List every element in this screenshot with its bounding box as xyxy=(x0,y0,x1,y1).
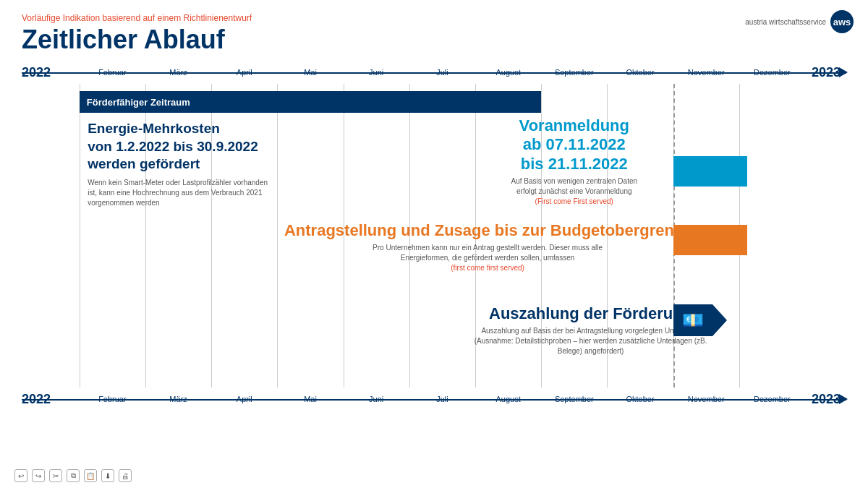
energie-subtitle: Wenn kein Smart-Meter oder Lastprofilzäh… xyxy=(88,178,376,208)
month-mai-top: Mai xyxy=(304,68,317,77)
toolbar-icon-6[interactable]: ⬇ xyxy=(101,469,114,482)
payment-arrow: 💶 xyxy=(673,304,727,336)
payment-rect: 💶 xyxy=(673,304,712,336)
toolbar-icon-3[interactable]: ✂ xyxy=(49,469,62,482)
month-mai-bot: Mai xyxy=(304,395,317,403)
aws-logo-name: austria wirtschaftsservice xyxy=(745,18,826,26)
page: austria wirtschaftsservice aws Vorläufig… xyxy=(0,0,868,488)
content-area: Förderfähiger Zeitraum Energie-Mehrkoste… xyxy=(22,84,846,388)
timeline-container: 2022 2023 Februar März April Mai Juni Ju… xyxy=(22,62,846,409)
toolbar-icon-5[interactable]: 📋 xyxy=(84,469,97,482)
month-okt-top: Oktober xyxy=(626,68,654,77)
voranmeldung-title: Voranmeldungab 07.11.2022bis 21.11.2022 xyxy=(467,116,681,174)
toolbar-icon-2[interactable]: ↪ xyxy=(32,469,45,482)
month-dez-top: Dezember xyxy=(754,68,791,77)
vline-feb xyxy=(80,84,80,388)
month-nov-bot: November xyxy=(688,395,725,403)
aws-logo: austria wirtschaftsservice aws xyxy=(745,10,854,33)
foerder-bar-label: Förderfähiger Zeitraum xyxy=(87,97,190,108)
toolbar-icon-1[interactable]: ↩ xyxy=(14,469,27,482)
orange-rect xyxy=(673,225,748,255)
month-nov-top: November xyxy=(688,68,725,77)
month-jul-bot: Juli xyxy=(436,395,448,403)
month-feb-top: Februar xyxy=(98,68,127,77)
month-mar-bot: März xyxy=(169,395,187,403)
month-okt-bot: Oktober xyxy=(626,395,654,403)
bottom-toolbar: ↩ ↪ ✂ ⧉ 📋 ⬇ 🖨 xyxy=(14,469,132,482)
aws-logo-text: austria wirtschaftsservice xyxy=(745,17,826,27)
header-title: Zeitlicher Ablauf xyxy=(22,25,846,55)
month-sep-bot: September xyxy=(555,395,594,403)
year-2023-top: 2023 xyxy=(812,65,841,80)
month-jun-top: Juni xyxy=(369,68,383,77)
payment-icon: 💶 xyxy=(682,310,704,330)
energie-title: Energie-Mehrkostenvon 1.2.2022 bis 30.9.… xyxy=(88,120,376,174)
voranmeldung-sub: Auf Basis von wenigen zentralen Daten er… xyxy=(467,176,681,207)
energie-block: Energie-Mehrkostenvon 1.2.2022 bis 30.9.… xyxy=(88,120,376,208)
payment-arrow-tip xyxy=(712,304,727,336)
month-aug-top: August xyxy=(495,68,520,77)
toolbar-icon-7[interactable]: 🖨 xyxy=(119,469,132,482)
month-feb-bot: Februar xyxy=(98,395,127,403)
month-sep-top: September xyxy=(555,68,594,77)
month-mar-top: März xyxy=(169,68,187,77)
toolbar-icon-4[interactable]: ⧉ xyxy=(67,469,80,482)
month-dez-bot: Dezember xyxy=(754,395,791,403)
voranmeldung-red: (First come First served) xyxy=(535,197,613,205)
month-apr-top: April xyxy=(237,68,252,77)
year-2022-bottom: 2022 xyxy=(22,392,51,407)
year-2022-top: 2022 xyxy=(22,65,51,80)
header-subtitle: Vorläufige Indikation basierend auf eine… xyxy=(22,13,846,23)
month-apr-bot: April xyxy=(237,395,252,403)
month-jun-bot: Juni xyxy=(369,395,383,403)
foerder-bar: Förderfähiger Zeitraum xyxy=(80,91,541,113)
month-aug-bot: August xyxy=(495,395,520,403)
aws-badge: aws xyxy=(830,10,854,33)
month-jul-top: Juli xyxy=(436,68,448,77)
bottom-axis: 2022 2023 Februar März April Mai Juni Ju… xyxy=(22,389,846,409)
top-axis: 2022 2023 Februar März April Mai Juni Ju… xyxy=(22,62,846,82)
cyan-rect xyxy=(673,156,748,187)
antrag-red: (first come first served) xyxy=(451,264,524,272)
year-2023-bottom: 2023 xyxy=(812,392,841,407)
voranmeldung-block: Voranmeldungab 07.11.2022bis 21.11.2022 … xyxy=(467,116,681,207)
aws-badge-label: aws xyxy=(833,17,851,27)
